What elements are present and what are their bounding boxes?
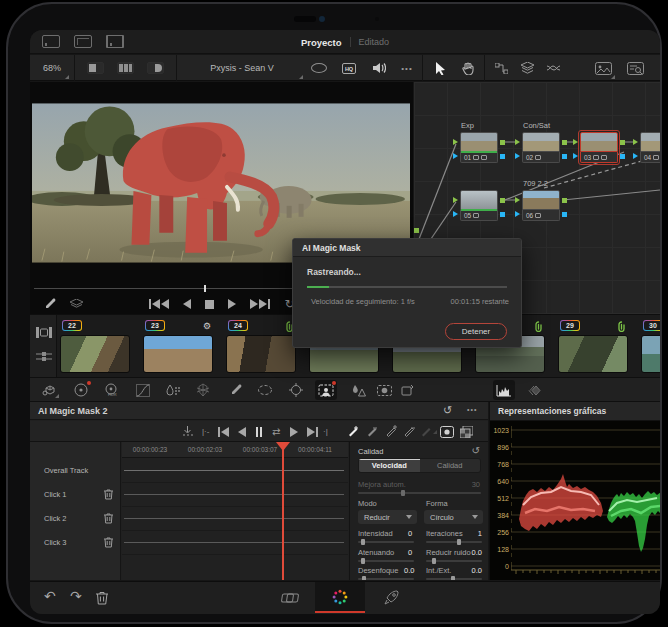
play-reverse-button[interactable] xyxy=(183,299,191,309)
zoom-level-dropdown[interactable]: 68% xyxy=(34,55,70,81)
skip-end-button[interactable] xyxy=(250,299,270,309)
tab-calidad[interactable]: Calidad xyxy=(420,459,481,472)
tracking-timeline[interactable]: 00:00:00:23 00:00:02:03 00:00:03:07 00:0… xyxy=(122,442,348,580)
sizing-tool[interactable] xyxy=(396,380,418,400)
add-stroke-tool-selected[interactable] xyxy=(346,424,359,439)
hand-tool-button[interactable] xyxy=(456,55,480,81)
safe-area-mask-button[interactable] xyxy=(306,55,332,81)
split-view-button[interactable] xyxy=(142,55,168,81)
node-05[interactable]: 05 xyxy=(460,190,498,221)
param-value[interactable]: 0 xyxy=(408,548,412,557)
thumbnail-view-button[interactable] xyxy=(112,55,138,81)
scopes-tool[interactable] xyxy=(493,380,515,400)
settings-reset-icon[interactable]: ↺ xyxy=(472,445,480,456)
mask-overlay-toggle[interactable] xyxy=(440,424,454,439)
viewer-more-menu[interactable]: ••• xyxy=(396,55,418,81)
pointer-tool-button[interactable] xyxy=(428,55,452,81)
auto-improve-slider[interactable] xyxy=(358,492,481,494)
param-value[interactable]: 0.0 xyxy=(472,548,482,557)
layers-tool[interactable] xyxy=(516,55,538,81)
clip-thumbnail[interactable] xyxy=(60,335,130,373)
layers-toggle-icon[interactable] xyxy=(70,299,83,310)
audio-volume-button[interactable] xyxy=(366,55,392,81)
color-space-tool[interactable] xyxy=(38,380,60,400)
step-forward-button[interactable] xyxy=(290,424,298,439)
stop-button[interactable] xyxy=(205,300,214,309)
page-color-button-selected[interactable] xyxy=(315,582,365,613)
blur-tool[interactable] xyxy=(347,380,369,400)
hdr-wheels-tool[interactable]: HDR xyxy=(100,380,122,400)
step-back-button[interactable] xyxy=(238,424,246,439)
mode-dropdown[interactable]: Reducir xyxy=(358,510,417,524)
clip-thumbnail[interactable] xyxy=(641,335,660,373)
wipe-modes-tool[interactable] xyxy=(523,380,545,400)
param-value[interactable]: 0.0 xyxy=(404,566,414,575)
pause-button[interactable] xyxy=(256,424,262,439)
clips-filter-icon[interactable] xyxy=(36,327,52,338)
project-tab[interactable]: Proyecto xyxy=(301,37,342,48)
page-edit-button[interactable] xyxy=(265,582,315,613)
scrubber-playhead[interactable] xyxy=(204,285,206,292)
param-slider[interactable] xyxy=(426,560,482,562)
param-slider[interactable] xyxy=(426,541,482,543)
trash-icon[interactable] xyxy=(104,489,113,500)
trash-icon[interactable] xyxy=(104,537,113,548)
track-from-playhead-button[interactable] xyxy=(182,424,193,439)
proxy-hq-button[interactable]: HQ xyxy=(336,55,362,81)
curves-tool[interactable] xyxy=(132,380,154,400)
magic-mask-tool[interactable] xyxy=(315,380,337,400)
scopes-header[interactable]: Representaciones gráficas xyxy=(490,402,660,421)
skip-start-button[interactable] xyxy=(218,424,229,439)
mark-in-icon[interactable]: |·- xyxy=(202,424,209,439)
param-value[interactable]: 1 xyxy=(478,529,482,538)
timeline-mixer-icon[interactable] xyxy=(36,351,52,363)
node-06[interactable]: 709 2.2 06 xyxy=(522,190,560,221)
matte-view-toggle[interactable] xyxy=(460,424,473,439)
reset-icon[interactable]: ↺ xyxy=(443,404,452,417)
undo-button[interactable]: ↶ xyxy=(44,588,56,604)
clip-thumbnail[interactable] xyxy=(143,335,213,373)
camera-raw-tool[interactable] xyxy=(373,380,395,400)
add-feature-tool[interactable] xyxy=(384,424,397,439)
skip-start-button[interactable] xyxy=(149,299,169,309)
panel-more-menu[interactable]: ••• xyxy=(467,406,477,413)
curves-mixer-tool[interactable] xyxy=(542,55,564,81)
param-slider[interactable] xyxy=(358,560,414,562)
stop-tracking-button[interactable]: Detener xyxy=(445,323,507,340)
node-01[interactable]: Exp 01 xyxy=(460,132,498,163)
param-slider[interactable] xyxy=(358,578,414,580)
qualifier-tool[interactable] xyxy=(224,380,246,400)
node-link-tool[interactable] xyxy=(490,55,512,81)
trash-icon[interactable] xyxy=(104,513,113,524)
redo-button[interactable]: ↷ xyxy=(70,588,82,604)
subtract-feature-tool[interactable] xyxy=(402,424,415,439)
param-slider[interactable] xyxy=(426,578,482,580)
gallery-stills-button[interactable] xyxy=(590,55,616,81)
hue-curves-tool[interactable] xyxy=(162,380,184,400)
power-window-tool[interactable] xyxy=(254,380,276,400)
stroke-options-tool[interactable] xyxy=(419,424,437,439)
track-overall[interactable]: Overall Track xyxy=(30,460,121,481)
tab-velocidad[interactable]: Velocidad xyxy=(359,459,420,472)
tracker-tool[interactable] xyxy=(285,380,307,400)
track-both-directions-icon[interactable]: ⇄ xyxy=(272,424,280,439)
delete-button[interactable] xyxy=(96,591,108,605)
play-forward-button[interactable] xyxy=(228,299,236,309)
playhead-line[interactable] xyxy=(282,442,284,580)
node-03-selected[interactable]: 03 xyxy=(580,132,618,163)
shape-dropdown[interactable]: Círculo xyxy=(424,510,483,524)
lut-browser-button[interactable] xyxy=(622,55,648,81)
color-warper-tool[interactable] xyxy=(192,380,214,400)
param-value[interactable]: 0 xyxy=(408,529,412,538)
param-slider[interactable] xyxy=(358,541,414,543)
color-wheels-tool[interactable] xyxy=(70,380,92,400)
param-value[interactable]: 0.0 xyxy=(472,566,482,575)
skip-end-button[interactable] xyxy=(307,424,318,439)
timeline-ruler[interactable]: 00:00:00:23 00:00:02:03 00:00:03:07 00:0… xyxy=(122,442,348,458)
node-04[interactable]: 04 xyxy=(640,132,660,163)
clip-title-dropdown[interactable]: Pxysis - Sean V xyxy=(180,55,304,81)
mark-out-icon[interactable]: ·| xyxy=(323,424,328,439)
subtract-stroke-tool[interactable] xyxy=(365,424,378,439)
track-click-1[interactable]: Click 1 xyxy=(30,484,121,505)
track-click-3[interactable]: Click 3 xyxy=(30,532,121,553)
